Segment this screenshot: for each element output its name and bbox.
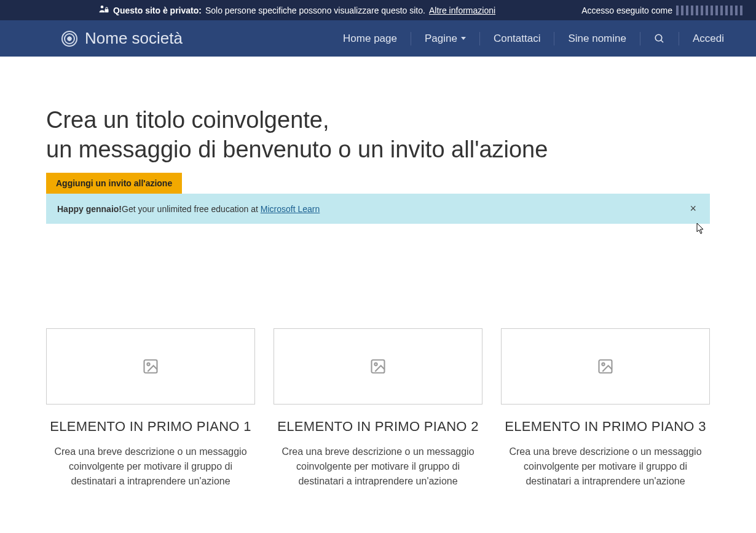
card-title: ELEMENTO IN PRIMO PIANO 1 — [46, 418, 255, 436]
nav-pages[interactable]: Pagine — [411, 33, 479, 45]
svg-rect-6 — [372, 360, 385, 373]
banner-text: Get your unlimited free education at — [122, 204, 258, 214]
svg-rect-8 — [599, 360, 612, 373]
svg-rect-1 — [105, 9, 109, 12]
card-title: ELEMENTO IN PRIMO PIANO 3 — [501, 418, 710, 436]
image-placeholder-icon — [369, 358, 387, 375]
card-description: Crea una breve descrizione o un messaggi… — [501, 444, 710, 489]
card-image-placeholder[interactable] — [46, 328, 255, 405]
info-banner: Happy gennaio! Get your unlimited free e… — [46, 194, 710, 224]
nav-signin[interactable]: Accedi — [679, 33, 738, 45]
people-lock-icon — [98, 4, 109, 17]
svg-point-2 — [655, 34, 662, 41]
brand-logo-icon — [61, 31, 77, 47]
feature-cards: ELEMENTO IN PRIMO PIANO 1 Crea una breve… — [46, 328, 710, 489]
svg-rect-4 — [144, 360, 157, 373]
card-description: Crea una breve descrizione o un messaggi… — [274, 444, 482, 489]
topbar-bold: Questo sito è privato: — [113, 6, 202, 15]
feature-card-1: ELEMENTO IN PRIMO PIANO 1 Crea una breve… — [46, 328, 255, 489]
svg-line-3 — [661, 40, 663, 42]
card-description: Crea una breve descrizione o un messaggi… — [46, 444, 255, 489]
card-title: ELEMENTO IN PRIMO PIANO 2 — [274, 418, 482, 436]
topbar-more-info-link[interactable]: Altre informazioni — [429, 6, 495, 15]
navbar: Nome società Home page Pagine Contattaci… — [0, 20, 756, 57]
topbar-text: Solo persone specifiche possono visualiz… — [205, 6, 425, 15]
brand[interactable]: Nome società — [61, 29, 183, 48]
nav-items: Home page Pagine Contattaci Sine nomine … — [329, 32, 738, 45]
svg-point-5 — [147, 363, 149, 365]
nav-search[interactable] — [640, 33, 679, 44]
feature-card-3: ELEMENTO IN PRIMO PIANO 3 Crea una breve… — [501, 328, 710, 489]
mouse-cursor-icon — [696, 223, 705, 235]
main-content: Crea un titolo coinvolgente, un messaggi… — [34, 57, 722, 513]
image-placeholder-icon — [142, 358, 159, 375]
svg-point-9 — [602, 363, 604, 365]
add-cta-button[interactable]: Aggiungi un invito all'azione — [46, 173, 182, 194]
privacy-topbar: Questo sito è privato: Solo persone spec… — [0, 0, 756, 20]
card-image-placeholder[interactable] — [501, 328, 710, 405]
signed-in-label: Accesso eseguito come — [581, 6, 672, 15]
topbar-right: Accesso eseguito come — [581, 6, 744, 15]
chevron-down-icon — [461, 37, 466, 40]
hero-title: Crea un titolo coinvolgente, un messaggi… — [46, 106, 710, 164]
banner-bold: Happy gennaio! — [57, 204, 122, 214]
nav-contact[interactable]: Contattaci — [480, 33, 554, 45]
signed-in-user[interactable] — [676, 6, 744, 15]
card-image-placeholder[interactable] — [274, 328, 482, 405]
banner-close-button[interactable]: × — [687, 202, 699, 215]
brand-name: Nome società — [85, 29, 183, 48]
svg-point-7 — [374, 363, 377, 365]
topbar-left: Questo sito è privato: Solo persone spec… — [12, 4, 581, 17]
search-icon — [654, 33, 665, 44]
image-placeholder-icon — [597, 358, 614, 375]
nav-sine-nomine[interactable]: Sine nomine — [554, 33, 640, 45]
feature-card-2: ELEMENTO IN PRIMO PIANO 2 Crea una breve… — [274, 328, 482, 489]
nav-home[interactable]: Home page — [329, 33, 411, 45]
banner-link[interactable]: Microsoft Learn — [261, 204, 320, 214]
svg-point-0 — [101, 6, 104, 9]
